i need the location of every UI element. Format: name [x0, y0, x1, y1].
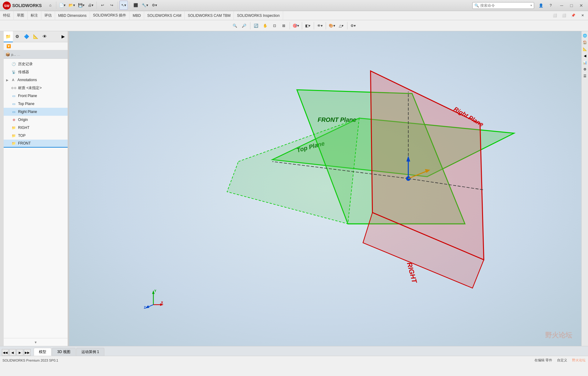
undo-button[interactable]: ↩ [98, 1, 107, 10]
tree-expand-button[interactable]: ▶ [58, 31, 68, 42]
appearance-button[interactable]: 🎨▾ [328, 21, 336, 30]
search-dropdown-icon[interactable]: ▾ [530, 4, 532, 7]
view-sep-3 [302, 22, 302, 29]
tab-3d-view[interactable]: 3D 视图 [52, 348, 76, 356]
rp-dims-button[interactable]: 📐 [582, 46, 588, 52]
section-view-button[interactable]: ◧▾ [304, 21, 312, 30]
zoom-fit-button[interactable]: ⊡ [270, 21, 279, 30]
main-toolbar: ⌂ 📄▾ 📂▾ 💾▾ 🖨▾ ↩ ↪ ↖▾ ⬛ 🔧▾ ⚙▾ [44, 0, 259, 11]
history-label: 历史记录 [18, 62, 33, 67]
tab-features[interactable]: 特征 [0, 11, 14, 20]
svg-text:Y: Y [154, 289, 156, 293]
bottom-arrow-icon: ▼ [34, 340, 37, 344]
print-button[interactable]: 🖨▾ [86, 1, 95, 10]
minimize-button[interactable]: ─ [557, 2, 566, 9]
tree-item-origin[interactable]: ⊕ Origin [4, 116, 68, 124]
svg-text:X: X [161, 301, 163, 304]
tab-sw-cam[interactable]: SOLIDWORKS CAM [144, 11, 185, 20]
view-sep-2 [290, 22, 290, 29]
magnify-button[interactable]: 🔍 [231, 21, 239, 30]
rotate-button[interactable]: 🔄 [252, 21, 260, 30]
material-icon: ⚙⚙ [11, 85, 17, 91]
window-controls: ─ □ ✕ [557, 2, 586, 9]
tree-item-front-plane[interactable]: ▭ Front Plane [4, 92, 68, 100]
stop-rebuild-button[interactable]: ⬛ [131, 1, 140, 10]
select-button[interactable]: ↖▾ [119, 1, 128, 10]
viewport-3d[interactable]: Top Plane FRONT Plane Right Plane RIGHT [69, 31, 581, 346]
tab-markup[interactable]: 标注 [28, 11, 41, 20]
open-button[interactable]: 📂▾ [67, 1, 76, 10]
filter-icon-button[interactable]: 🔽 [6, 43, 12, 49]
new-button[interactable]: 📄▾ [58, 1, 67, 10]
tree-item-annotations[interactable]: ▶ A Annotations [4, 76, 68, 84]
rp-globe-button[interactable]: 🌐 [582, 32, 588, 39]
nav-prev-prev-button[interactable]: ◀◀ [2, 349, 9, 356]
search-input[interactable] [480, 3, 529, 8]
close-button[interactable]: ✕ [577, 2, 586, 9]
view-sep-6 [347, 22, 347, 29]
toolbar-separator [56, 2, 56, 9]
settings-view-button[interactable]: ⚙▾ [349, 21, 358, 30]
rp-chart-button[interactable]: 📊 [582, 59, 588, 66]
redo-button[interactable]: ↪ [107, 1, 116, 10]
tab-sw-cam-tbm[interactable]: SOLIDWORKS CAM TBM [185, 11, 234, 20]
status-right: 在编辑 零件 自定义 野火论坛 [534, 358, 586, 363]
tab-model[interactable]: 模型 [34, 348, 51, 356]
rebuild-button[interactable]: 🔧▾ [140, 1, 149, 10]
tab-motion-study[interactable]: 运动算例 1 [76, 348, 104, 356]
tree-item-material[interactable]: ⚙⚙ 材质 <未指定> [4, 84, 68, 92]
top-plane-label: Top Plane [18, 102, 34, 106]
rp-settings-button[interactable]: ⚙ [582, 66, 588, 72]
tree-tab-config[interactable]: 🔷 [22, 31, 31, 42]
tree-tab-dimxpert[interactable]: 📐 [31, 31, 40, 42]
right-label: RIGHT [18, 126, 29, 130]
zoom-selection-button[interactable]: ⊠ [279, 21, 288, 30]
nav-next-next-button[interactable]: ▶▶ [24, 349, 31, 356]
menu-tabs-list: 特征 草图 标注 评估 MBD Dimensions SOLIDWORKS 插件… [0, 11, 549, 20]
tree-item-top-plane[interactable]: ▭ Top Plane [4, 100, 68, 108]
nav-prev-button[interactable]: ◀ [9, 349, 16, 356]
hide-show-button[interactable]: △▾ [337, 21, 346, 30]
help-button[interactable]: ? [546, 1, 555, 10]
rp-list-button[interactable]: ☰ [582, 73, 588, 79]
tab-mbd-dimensions[interactable]: MBD Dimensions [55, 11, 90, 20]
restore-button[interactable]: □ [567, 2, 576, 9]
right-plane-icon: ▭ [11, 109, 17, 115]
tree-tab-display[interactable]: 👁 [40, 31, 49, 42]
tree-item-front[interactable]: 📁 FRONT [4, 140, 68, 148]
right-side-panel: 🌐 🏠 📐 ◀ 📊 ⚙ ☰ [581, 31, 588, 346]
rp-collapse-button[interactable]: ◀ [582, 53, 588, 59]
nav-next-button[interactable]: ▶ [17, 349, 23, 356]
tree-tab-property[interactable]: ⚙ [13, 31, 22, 42]
tree-item-top[interactable]: 📁 TOP [4, 132, 68, 140]
tree-root-icon: 📦 [6, 52, 10, 57]
undock-button[interactable]: ⬜ [551, 11, 559, 20]
front-folder-icon: 📁 [11, 141, 17, 146]
options-button[interactable]: ⚙▾ [150, 1, 159, 10]
rp-home-button[interactable]: 🏠 [582, 39, 588, 45]
save-button[interactable]: 💾▾ [77, 1, 86, 10]
tab-sw-plugins[interactable]: SOLIDWORKS 插件 [90, 11, 130, 20]
tree-root-suffix: ... [17, 53, 20, 56]
pan-button[interactable]: ✋ [261, 21, 270, 30]
close-panel-button[interactable]: ✕ [578, 11, 587, 20]
tree-item-right[interactable]: 📁 RIGHT [4, 124, 68, 132]
tab-sw-inspection[interactable]: SOLIDWORKS Inspection [234, 11, 283, 20]
tab-evaluate[interactable]: 评估 [41, 11, 55, 20]
user-button[interactable]: 👤 [537, 1, 545, 10]
tree-tab-feature[interactable]: 📁 [4, 31, 13, 42]
tab-mbd[interactable]: MBD [129, 11, 144, 20]
tab-sketch[interactable]: 草图 [14, 11, 28, 20]
bottom-tabs-bar: ◀◀ ◀ ▶ ▶▶ 模型 3D 视图 运动算例 1 [0, 346, 588, 356]
tree-item-sensor[interactable]: 📡 传感器 [4, 68, 68, 76]
pin-button[interactable]: 📌 [569, 11, 578, 20]
view-orient-button[interactable]: 🎯▾ [291, 21, 300, 30]
home-button[interactable]: ⌂ [46, 1, 54, 10]
zoom-area-button[interactable]: 🔎 [240, 21, 249, 30]
svg-marker-6 [227, 118, 359, 224]
display-style-button[interactable]: 👁▾ [316, 21, 324, 30]
float-button[interactable]: ⬜ [560, 11, 568, 20]
tree-bottom-arrow[interactable]: ▼ [4, 338, 68, 346]
tree-item-history[interactable]: 🕐 历史记录 [4, 60, 68, 68]
tree-item-right-plane[interactable]: ▭ Right Plane [4, 108, 68, 116]
